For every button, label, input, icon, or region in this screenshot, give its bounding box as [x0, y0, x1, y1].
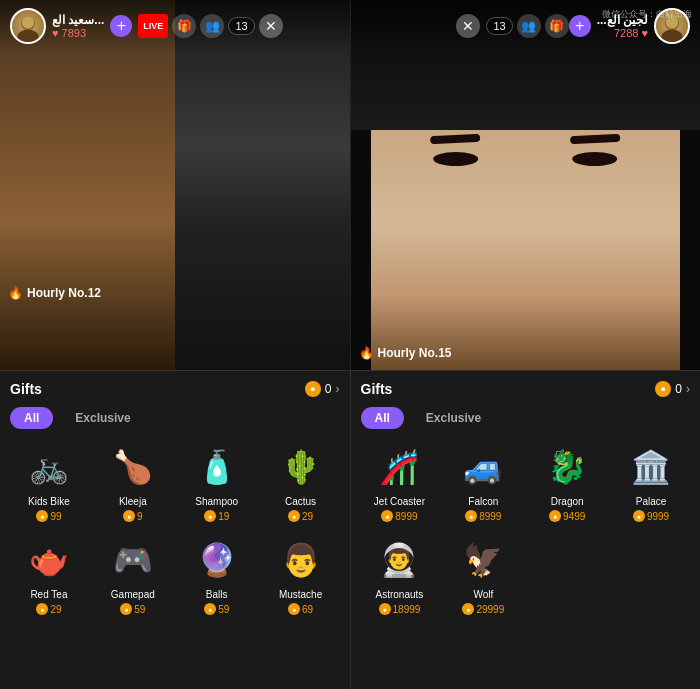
- gift-price: ● 19: [204, 510, 229, 522]
- tab-exclusive-left[interactable]: Exclusive: [61, 407, 144, 429]
- live-badge-left: LIVE: [138, 14, 168, 38]
- watermark: 微信公众号：白鲸出海: [602, 8, 692, 21]
- close-button-right[interactable]: ✕: [456, 14, 480, 38]
- gift-item[interactable]: 🎢 Jet Coaster ● 8999: [361, 439, 439, 526]
- count-badge-right: 13: [486, 17, 512, 35]
- gift-price-value: 9499: [563, 511, 585, 522]
- gift-price-value: 69: [302, 604, 313, 615]
- gift-price: ● 29: [36, 603, 61, 615]
- tab-exclusive-right[interactable]: Exclusive: [412, 407, 495, 429]
- gift-icon-left: 🎁: [172, 14, 196, 38]
- tab-all-left[interactable]: All: [10, 407, 53, 429]
- gift-item[interactable]: 🐉 Dragon ● 9499: [528, 439, 606, 526]
- gift-emoji: 🌵: [276, 443, 326, 493]
- close-button-left[interactable]: ✕: [259, 14, 283, 38]
- count-badge-left: 13: [228, 17, 254, 35]
- gift-name: Cactus: [285, 496, 316, 507]
- gift-price-value: 8999: [479, 511, 501, 522]
- add-button-left[interactable]: +: [110, 15, 132, 37]
- chevron-right-left: ›: [336, 382, 340, 396]
- stream-header-left: سعيد الع... ♥ 7893 + LIVE 🎁 👥 13 ✕: [0, 0, 350, 52]
- gift-item[interactable]: 🎮 Gamepad ● 59: [94, 532, 172, 619]
- gift-name: Dragon: [551, 496, 584, 507]
- gift-item[interactable]: 🏛️ Palace ● 9999: [612, 439, 690, 526]
- gift-emoji: 🦅: [458, 536, 508, 586]
- gift-price-value: 9999: [647, 511, 669, 522]
- heart-icon-left: ♥: [52, 27, 59, 39]
- gifts-header-left: Gifts ● 0 ›: [10, 381, 340, 397]
- gift-name: Gamepad: [111, 589, 155, 600]
- gift-price: ● 59: [120, 603, 145, 615]
- gift-coin-icon: ●: [288, 510, 300, 522]
- gift-coin-icon: ●: [549, 510, 561, 522]
- stream-right[interactable]: 微信公众号：白鲸出海 لجين الع... ♥ 7288 + 🎁: [351, 0, 701, 370]
- header-icons-right: 🎁 👥 13: [486, 14, 568, 38]
- heart-count-left: ♥ 7893: [52, 27, 104, 39]
- gift-coin-icon: ●: [633, 510, 645, 522]
- gift-emoji: 👨‍🚀: [374, 536, 424, 586]
- gift-emoji: 🍗: [108, 443, 158, 493]
- fire-icon-right: 🔥: [359, 346, 374, 360]
- gift-item[interactable]: 🚙 Falcon ● 8999: [444, 439, 522, 526]
- gift-item[interactable]: 🫖 Red Tea ● 29: [10, 532, 88, 619]
- gift-emoji: 🐉: [542, 443, 592, 493]
- gift-name: Wolf: [473, 589, 493, 600]
- gift-name: Shampoo: [195, 496, 238, 507]
- add-button-right[interactable]: +: [569, 15, 591, 37]
- gift-name: Red Tea: [30, 589, 67, 600]
- gift-name: Falcon: [468, 496, 498, 507]
- gift-emoji: 🚙: [458, 443, 508, 493]
- gift-price-value: 19: [218, 511, 229, 522]
- gift-price-value: 29: [302, 511, 313, 522]
- gift-price: ● 9999: [633, 510, 669, 522]
- gift-emoji: 🫖: [24, 536, 74, 586]
- gift-coin-icon: ●: [36, 510, 48, 522]
- gift-emoji: 👨: [276, 536, 326, 586]
- gift-name: Kids Bike: [28, 496, 70, 507]
- gift-price-value: 29: [50, 604, 61, 615]
- gift-price-value: 18999: [393, 604, 421, 615]
- gift-coin-icon: ●: [204, 510, 216, 522]
- gift-price: ● 8999: [381, 510, 417, 522]
- gift-item[interactable]: 🌵 Cactus ● 29: [262, 439, 340, 526]
- gift-price: ● 9: [123, 510, 143, 522]
- gift-item[interactable]: 🧴 Shampoo ● 19: [178, 439, 256, 526]
- gift-price: ● 18999: [379, 603, 421, 615]
- fire-icon-left: 🔥: [8, 286, 23, 300]
- gift-price-value: 99: [50, 511, 61, 522]
- coin-icon-right: ●: [655, 381, 671, 397]
- user-info-left: سعيد الع... ♥ 7893: [52, 13, 104, 39]
- heart-icon-right: ♥: [641, 27, 648, 39]
- coin-indicator-right: ● 0 ›: [655, 381, 690, 397]
- gift-coin-icon: ●: [36, 603, 48, 615]
- gift-coin-icon: ●: [120, 603, 132, 615]
- svg-point-1: [17, 30, 38, 44]
- streams-row: سعيد الع... ♥ 7893 + LIVE 🎁 👥 13 ✕ 🔥 Hou…: [0, 0, 700, 370]
- gift-item[interactable]: 🍗 Kleeja ● 9: [94, 439, 172, 526]
- heart-count-right: ♥ 7288: [597, 27, 648, 39]
- gift-item[interactable]: 🚲 Kids Bike ● 99: [10, 439, 88, 526]
- gift-price: ● 8999: [465, 510, 501, 522]
- gift-emoji: 🎮: [108, 536, 158, 586]
- gifts-title-right: Gifts: [361, 381, 393, 397]
- gift-price: ● 59: [204, 603, 229, 615]
- gift-item[interactable]: 🦅 Wolf ● 29999: [444, 532, 522, 619]
- gift-name: Kleeja: [119, 496, 147, 507]
- coin-icon-left: ●: [305, 381, 321, 397]
- filter-tabs-left: All Exclusive: [10, 407, 340, 429]
- gift-price: ● 29: [288, 510, 313, 522]
- gift-item[interactable]: 👨‍🚀 Astronauts ● 18999: [361, 532, 439, 619]
- gift-item[interactable]: 🔮 Balls ● 59: [178, 532, 256, 619]
- gift-price: ● 9499: [549, 510, 585, 522]
- chevron-right-right: ›: [686, 382, 690, 396]
- gift-name: Jet Coaster: [374, 496, 425, 507]
- tab-all-right[interactable]: All: [361, 407, 404, 429]
- gift-name: Balls: [206, 589, 228, 600]
- gift-item[interactable]: 👨 Mustache ● 69: [262, 532, 340, 619]
- username-left: سعيد الع...: [52, 13, 104, 27]
- gift-coin-icon: ●: [288, 603, 300, 615]
- users-icon-right: 👥: [517, 14, 541, 38]
- users-icon-left: 👥: [200, 14, 224, 38]
- gifts-grid-left: 🚲 Kids Bike ● 99 🍗 Kleeja ● 9 🧴 Shampoo …: [10, 439, 340, 619]
- stream-left[interactable]: سعيد الع... ♥ 7893 + LIVE 🎁 👥 13 ✕ 🔥 Hou…: [0, 0, 351, 370]
